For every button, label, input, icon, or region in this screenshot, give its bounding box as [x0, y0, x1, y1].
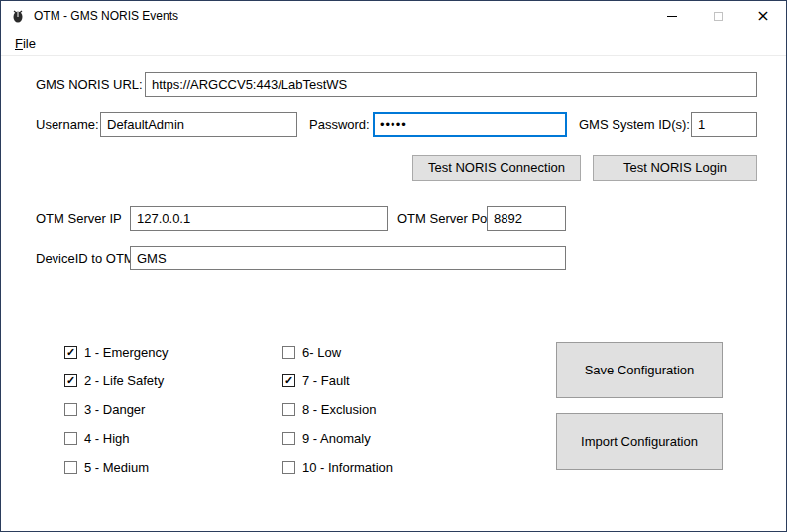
gms-system-ids-label: GMS System ID(s):: [579, 112, 690, 137]
gms-system-ids-input[interactable]: [691, 112, 757, 137]
close-button[interactable]: ×: [740, 1, 786, 31]
checkbox-label: 5 - Medium: [84, 460, 149, 475]
minimize-icon: [667, 16, 677, 17]
app-icon: [10, 8, 26, 24]
checkbox-label: 10 - Information: [302, 460, 393, 475]
maximize-button[interactable]: [695, 1, 740, 31]
checkbox-unchecked-icon[interactable]: [64, 461, 77, 474]
severity-checkbox[interactable]: 3 - Danger: [64, 399, 169, 419]
otm-server-ip-input[interactable]: [130, 206, 388, 231]
titlebar: OTM - GMS NORIS Events ×: [1, 1, 786, 31]
checkbox-label: 3 - Danger: [84, 402, 145, 417]
severity-checkbox[interactable]: ✓2 - Life Safety: [64, 371, 169, 390]
menubar: File: [1, 31, 786, 56]
device-id-input[interactable]: [130, 246, 566, 270]
checkbox-checked-icon[interactable]: ✓: [282, 374, 295, 387]
test-noris-login-button[interactable]: Test NORIS Login: [593, 155, 757, 181]
severity-checkbox[interactable]: 4 - High: [64, 428, 169, 448]
close-icon: ×: [756, 8, 769, 24]
severity-checkbox[interactable]: 6- Low: [282, 342, 393, 362]
app-window: OTM - GMS NORIS Events × File GMS NORIS …: [0, 0, 787, 532]
save-configuration-button[interactable]: Save Configuration: [556, 342, 723, 398]
severity-checkbox[interactable]: ✓1 - Emergency: [64, 342, 169, 362]
noris-url-input[interactable]: [145, 72, 757, 97]
checkbox-label: 1 - Emergency: [84, 345, 169, 360]
window-title: OTM - GMS NORIS Events: [34, 9, 178, 23]
menu-file[interactable]: File: [9, 33, 42, 53]
checkbox-label: 2 - Life Safety: [84, 373, 164, 388]
otm-server-port-input[interactable]: [487, 206, 566, 231]
maximize-icon: [714, 12, 723, 21]
minimize-button[interactable]: [649, 1, 695, 31]
checkbox-checked-icon[interactable]: ✓: [64, 346, 77, 359]
window-controls: ×: [649, 1, 786, 31]
severity-checkbox[interactable]: 10 - Information: [282, 457, 393, 477]
username-input[interactable]: [100, 112, 297, 137]
checkbox-label: 7 - Fault: [302, 373, 350, 388]
severity-checkbox[interactable]: 8 - Exclusion: [282, 399, 393, 419]
checkbox-unchecked-icon[interactable]: [282, 432, 295, 445]
checkbox-unchecked-icon[interactable]: [282, 461, 295, 474]
checkbox-label: 8 - Exclusion: [302, 402, 376, 417]
checkbox-label: 9 - Anomaly: [302, 431, 371, 446]
otm-server-port-label: OTM Server Por: [397, 206, 492, 231]
otm-server-ip-label: OTM Server IP: [36, 206, 122, 231]
noris-url-label: GMS NORIS URL:: [36, 72, 143, 97]
checkbox-unchecked-icon[interactable]: [282, 403, 295, 416]
password-label: Password:: [309, 112, 370, 137]
severity-checkbox-column-2: 6- Low✓7 - Fault8 - Exclusion9 - Anomaly…: [282, 342, 393, 485]
checkbox-checked-icon[interactable]: ✓: [64, 374, 77, 387]
severity-checkbox-column-1: ✓1 - Emergency✓2 - Life Safety3 - Danger…: [64, 342, 169, 485]
checkbox-label: 4 - High: [84, 431, 130, 446]
username-label: Username:: [36, 112, 99, 137]
password-input[interactable]: [373, 112, 567, 137]
import-configuration-button[interactable]: Import Configuration: [556, 413, 723, 470]
severity-checkbox[interactable]: 9 - Anomaly: [282, 428, 393, 448]
test-noris-connection-button[interactable]: Test NORIS Connection: [412, 155, 581, 181]
severity-checkbox[interactable]: ✓7 - Fault: [282, 371, 393, 390]
checkbox-unchecked-icon[interactable]: [64, 432, 77, 445]
checkbox-unchecked-icon[interactable]: [64, 403, 77, 416]
severity-checkbox[interactable]: 5 - Medium: [64, 457, 169, 477]
checkbox-label: 6- Low: [302, 345, 341, 360]
device-id-label: DeviceID to OTM: [36, 246, 135, 270]
checkbox-unchecked-icon[interactable]: [282, 346, 295, 359]
